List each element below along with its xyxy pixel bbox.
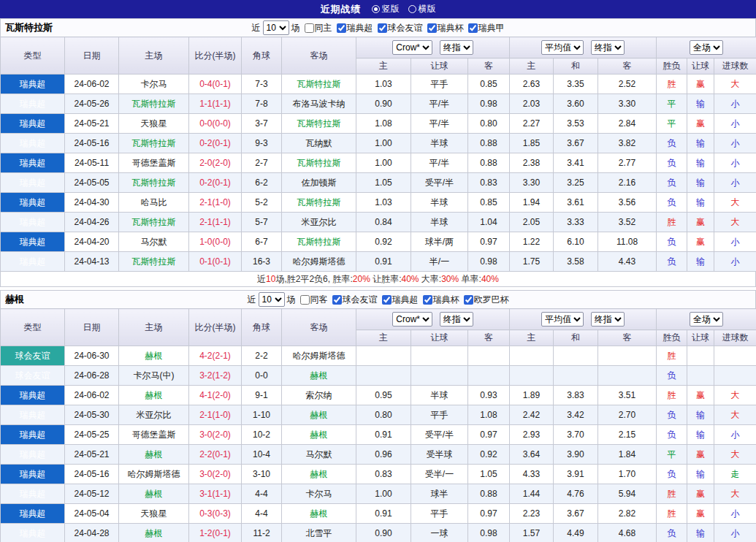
- league-filter-input[interactable]: [427, 23, 437, 33]
- date-cell: 24-04-20: [65, 232, 119, 252]
- home-team-cell: 瓦斯特拉斯: [119, 94, 189, 114]
- layout-radio-vertical[interactable]: 竖版: [372, 3, 400, 15]
- league-filter-checkbox[interactable]: 球会友谊: [378, 22, 423, 34]
- match-row: 瑞典超24-04-26瓦斯特拉斯2-1(1-1)5-7米亚尔比0.84半球1.0…: [1, 213, 756, 232]
- sub-header-crow-home: 主: [356, 58, 411, 75]
- crow-handicap: 平手: [411, 504, 468, 524]
- league-filter-label: 球会友谊: [343, 294, 378, 306]
- final-index-select-2[interactable]: 终指: [591, 312, 625, 327]
- crow-away-odds: 0.93: [468, 386, 510, 405]
- crow-home-odds: 0.80: [356, 405, 411, 425]
- corner-cell: 6-7: [242, 232, 282, 252]
- crow-handicap: 平手: [411, 75, 468, 94]
- score-cell: 1-0(0-0): [189, 232, 242, 252]
- crow-home-odds: 0.91: [356, 425, 411, 445]
- match-count-select[interactable]: 10: [259, 292, 285, 307]
- final-index-select-2[interactable]: 终指: [591, 40, 625, 55]
- result-cell: 负: [657, 366, 687, 386]
- match-row: 瑞典超24-04-30哈马比2-1(1-0)5-2瓦斯特拉斯1.03半球0.85…: [1, 193, 756, 213]
- avg-away-odds: 2.15: [598, 425, 657, 445]
- summary-segment: 近: [257, 274, 266, 284]
- goals-result-cell: [714, 366, 756, 386]
- match-row: 球会友谊24-06-30赫根4-2(2-1)2-2哈尔姆斯塔德胜: [1, 346, 756, 366]
- same-side-checkbox[interactable]: 同主: [305, 22, 332, 34]
- crow-home-odds: 1.03: [356, 193, 411, 213]
- crow-away-odds: 0.97: [468, 425, 510, 445]
- same-side-checkbox[interactable]: 同客: [300, 294, 328, 306]
- average-select[interactable]: 平均值: [541, 312, 584, 327]
- crow-home-odds: 1.08: [356, 114, 411, 134]
- crow-away-odds: [468, 346, 510, 366]
- avg-draw-odds: 3.61: [554, 193, 598, 213]
- league-filter-input[interactable]: [464, 295, 473, 305]
- date-cell: 24-04-30: [65, 193, 119, 213]
- score-cell: 0-3(0-3): [189, 504, 242, 524]
- avg-home-odds: 4.33: [510, 465, 554, 484]
- league-filter-input[interactable]: [332, 295, 342, 305]
- crow-handicap: 受半球: [411, 445, 468, 465]
- result-cell: 负: [657, 134, 687, 153]
- avg-away-odds: 2.82: [598, 504, 657, 524]
- sub-header-crow-handicap: 让球: [411, 330, 468, 346]
- crow-home-odds: [356, 366, 411, 386]
- avg-home-odds: 2.63: [510, 75, 554, 94]
- date-cell: 24-06-28: [65, 366, 119, 386]
- goals-result-cell: 大: [714, 405, 756, 425]
- league-filter-input[interactable]: [468, 23, 478, 33]
- goals-result-cell: 小: [714, 232, 756, 252]
- bookmaker-select[interactable]: Crow*: [392, 312, 432, 327]
- result-cell: 负: [657, 465, 687, 484]
- crow-handicap: 半/一: [411, 252, 468, 272]
- same-side-checkbox-input[interactable]: [300, 295, 310, 305]
- crow-away-odds: 0.80: [468, 114, 510, 134]
- average-odds-group: 平均值 终指: [510, 309, 657, 330]
- league-filter-input[interactable]: [337, 23, 346, 33]
- sub-header-goals: 进球数: [714, 58, 756, 75]
- league-cell: 瑞典超: [1, 425, 65, 445]
- team-name: 瓦斯特拉斯: [5, 21, 53, 34]
- average-select[interactable]: 平均值: [541, 40, 584, 55]
- crow-away-odds: 0.85: [468, 193, 510, 213]
- avg-draw-odds: 6.10: [554, 232, 598, 252]
- team-section: 赫根 近 10 场 同客 球会友谊瑞典超瑞典杯欧罗巴杯 类: [0, 290, 756, 542]
- scope-select[interactable]: 全场: [690, 312, 723, 327]
- league-filter-checkbox[interactable]: 瑞典杯: [423, 294, 459, 306]
- league-filter-checkbox[interactable]: 瑞典超: [382, 294, 419, 306]
- date-cell: 24-06-02: [65, 75, 119, 94]
- crow-handicap: 半球: [411, 213, 468, 232]
- scope-select[interactable]: 全场: [690, 40, 723, 55]
- final-index-select[interactable]: 终指: [440, 312, 473, 327]
- radio-label: 横版: [419, 3, 436, 15]
- date-cell: 24-05-16: [65, 465, 119, 484]
- score-cell: 0-4(0-1): [189, 75, 242, 94]
- league-filter-input[interactable]: [423, 295, 432, 305]
- league-cell: 瑞典超: [1, 134, 65, 153]
- corner-cell: 4-4: [242, 484, 282, 504]
- league-filter-input[interactable]: [378, 23, 387, 33]
- corner-cell: 5-2: [242, 193, 282, 213]
- league-filter-checkbox[interactable]: 瑞典杯: [427, 22, 464, 34]
- match-count-select[interactable]: 10: [263, 20, 289, 35]
- league-filter-checkbox[interactable]: 瑞典甲: [468, 22, 505, 34]
- corner-cell: 1-10: [242, 405, 282, 425]
- league-filter-input[interactable]: [382, 295, 392, 305]
- score-cell: 2-2(0-1): [189, 445, 242, 465]
- col-header-home: 主场: [119, 309, 189, 346]
- result-cell: 胜: [657, 346, 687, 366]
- match-row: 瑞典超24-05-21天狼星0-0(0-0)3-7瓦斯特拉斯1.08平/半0.8…: [1, 114, 756, 134]
- league-filter-checkbox[interactable]: 欧罗巴杯: [464, 294, 509, 306]
- league-filter-checkbox[interactable]: 瑞典超: [337, 22, 373, 34]
- crow-away-odds: 0.97: [468, 232, 510, 252]
- goals-result-cell: 小: [714, 134, 756, 153]
- date-cell: 24-06-02: [65, 386, 119, 405]
- league-filter-checkbox[interactable]: 球会友谊: [332, 294, 378, 306]
- home-team-cell: 赫根: [119, 346, 189, 366]
- bookmaker-select[interactable]: Crow*: [392, 40, 432, 55]
- col-header-date: 日期: [65, 309, 119, 346]
- score-cell: 3-0(2-0): [189, 465, 242, 484]
- layout-radio-horizontal[interactable]: 横版: [408, 3, 436, 15]
- matches-tbody: 瑞典超24-06-02卡尔马0-4(0-1)7-3瓦斯特拉斯1.03平手0.85…: [1, 75, 756, 272]
- avg-home-odds: 2.27: [510, 114, 554, 134]
- same-side-checkbox-input[interactable]: [305, 23, 314, 33]
- final-index-select[interactable]: 终指: [440, 40, 473, 55]
